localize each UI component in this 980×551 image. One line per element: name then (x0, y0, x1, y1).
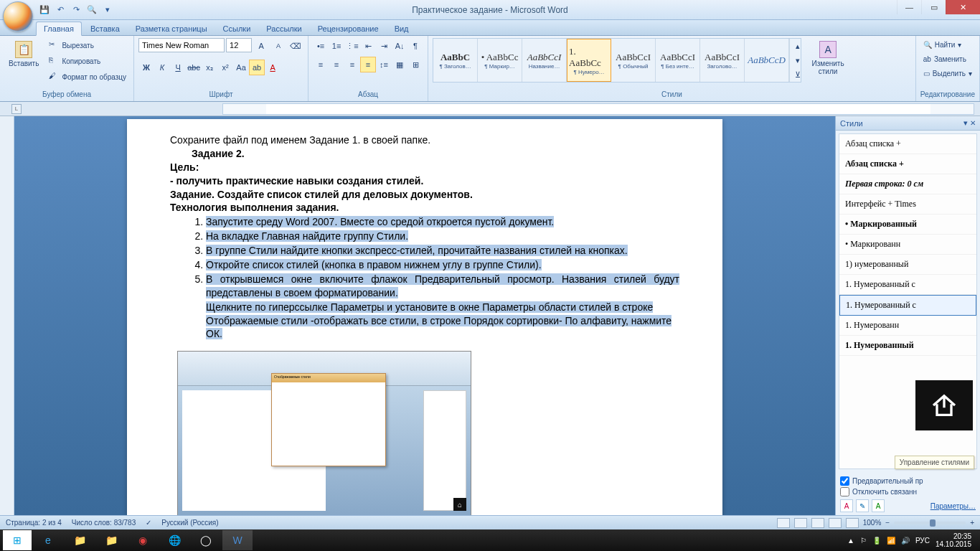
office-button[interactable] (3, 1, 33, 32)
qat-zoom-icon[interactable]: 🔍 (86, 4, 98, 16)
taskbar-app[interactable]: 🌐 (159, 530, 189, 550)
style-item[interactable]: AaBbCcD (745, 39, 789, 82)
increase-indent-button[interactable]: ⇥ (376, 38, 392, 54)
style-item[interactable]: • AaBbCc¶ Маркир… (478, 39, 522, 82)
maximize-button[interactable]: ▭ (921, 0, 946, 14)
font-size-select[interactable]: 12 (226, 38, 252, 52)
view-outline[interactable] (829, 518, 842, 528)
undo-icon[interactable]: ↶ (55, 4, 66, 16)
language-indicator[interactable]: Русский (Россия) (161, 519, 218, 527)
styles-pane-item[interactable]: 1. Нумерованный (839, 336, 976, 356)
word-count[interactable]: Число слов: 83/783 (72, 519, 136, 527)
tray-language[interactable]: РУС (915, 537, 930, 545)
view-web-layout[interactable] (811, 518, 824, 528)
page-indicator[interactable]: Страница: 2 из 4 (6, 519, 62, 527)
save-icon[interactable]: 💾 (39, 4, 50, 16)
styles-pane-item[interactable]: Абзац списка + (839, 154, 976, 174)
horizontal-ruler[interactable] (222, 103, 974, 115)
bold-button[interactable]: Ж (138, 60, 154, 75)
format-painter-button[interactable]: 🖌Формат по образцу (46, 70, 129, 84)
zoom-level[interactable]: 100% (863, 519, 882, 527)
tray-icon[interactable]: 🔊 (901, 537, 910, 545)
font-name-select[interactable]: Times New Roman (138, 38, 225, 52)
linked-checkbox[interactable]: Отключить связанн (840, 487, 976, 496)
taskbar-word[interactable]: W (222, 530, 253, 550)
qat-more-icon[interactable]: ▾ (102, 4, 113, 16)
view-full-screen[interactable] (794, 518, 807, 528)
change-styles-button[interactable]: A Изменить стили (804, 38, 852, 78)
gallery-up-icon[interactable]: ▴ (790, 39, 806, 53)
align-right-button[interactable]: ≡ (344, 57, 360, 72)
multilevel-button[interactable]: ⋮≡ (344, 38, 360, 54)
style-item-selected[interactable]: 1. AaBbCc¶ Нумеро… (567, 39, 611, 82)
align-center-button[interactable]: ≡ (329, 57, 344, 72)
close-button[interactable]: ✕ (946, 0, 980, 14)
style-item[interactable]: AaBbCcI¶ Без инте… (656, 39, 700, 82)
new-style-icon[interactable]: A (840, 499, 853, 512)
styles-pane-item[interactable]: • Маркированный (839, 215, 976, 235)
tab-home[interactable]: Главная (36, 22, 82, 36)
replace-button[interactable]: abЗаменить (920, 52, 975, 65)
align-justify-button[interactable]: ≡ (360, 57, 376, 72)
shading-button[interactable]: ▦ (392, 57, 407, 72)
taskbar-ie[interactable]: e (33, 530, 63, 550)
upload-overlay[interactable] (915, 380, 973, 430)
gallery-down-icon[interactable]: ▾ (790, 53, 806, 67)
borders-button[interactable]: ⊞ (407, 57, 423, 72)
tab-references[interactable]: Ссылки (216, 22, 258, 35)
taskbar-chrome[interactable]: ◯ (191, 530, 221, 550)
options-link[interactable]: Параметры… (930, 502, 976, 510)
decrease-indent-button[interactable]: ⇤ (360, 38, 376, 54)
taskbar-app[interactable]: 📁 (96, 530, 126, 550)
zoom-out-icon[interactable]: − (885, 519, 890, 527)
paste-button[interactable]: 📋 Вставить (4, 38, 43, 70)
subscript-button[interactable]: x₂ (202, 60, 217, 75)
minimize-button[interactable]: — (897, 0, 921, 14)
preview-checkbox[interactable]: Предварительный пр (840, 476, 976, 486)
tray-icon[interactable]: 🔋 (872, 537, 881, 545)
tab-insert[interactable]: Вставка (83, 22, 127, 35)
styles-pane-header[interactable]: Стили ▾ ✕ (836, 116, 980, 131)
shrink-font-button[interactable]: A (270, 38, 286, 54)
highlight-button[interactable]: ab (249, 60, 265, 75)
zoom-in-icon[interactable]: + (970, 519, 974, 527)
styles-pane-item[interactable]: 1) нумерованный (839, 255, 976, 275)
show-marks-button[interactable]: ¶ (407, 38, 423, 54)
clear-format-button[interactable]: ⌫ (288, 38, 303, 54)
styles-pane-item[interactable]: Интерфейс + Times (839, 194, 976, 215)
tray-icon[interactable]: 📶 (887, 537, 895, 545)
document-area[interactable]: Сохраните файл под именем Задание 1. в с… (14, 116, 835, 515)
strike-button[interactable]: abc (186, 60, 202, 75)
style-item[interactable]: AaBbCcIЗаголово… (700, 39, 745, 82)
tray-clock[interactable]: 20:35 14.10.2015 (936, 532, 971, 548)
pane-dropdown-icon[interactable]: ▾ (963, 118, 968, 127)
pane-close-icon[interactable]: ✕ (970, 119, 976, 127)
tab-layout[interactable]: Разметка страницы (128, 22, 215, 35)
styles-pane-item[interactable]: Первая строка: 0 см (839, 174, 976, 194)
grow-font-button[interactable]: A (253, 38, 269, 54)
style-item[interactable]: AaBbCcI¶ Обычный (611, 39, 656, 82)
numbering-button[interactable]: 1≡ (329, 38, 344, 54)
line-spacing-button[interactable]: ↕≡ (376, 57, 392, 72)
bullets-button[interactable]: •≡ (313, 38, 329, 54)
change-case-button[interactable]: Aa (233, 60, 249, 75)
vertical-ruler[interactable] (0, 116, 14, 515)
styles-pane-item[interactable]: 1. Нумерованный с (839, 275, 976, 295)
view-draft[interactable] (846, 518, 859, 528)
style-inspector-icon[interactable]: ✎ (856, 499, 869, 512)
select-button[interactable]: ▭Выделить ▾ (920, 67, 975, 80)
styles-pane-item[interactable]: • Маркированн (839, 235, 976, 255)
gallery-more-icon[interactable]: ⊻ (790, 67, 806, 82)
ruler-corner[interactable]: L (11, 104, 22, 114)
styles-pane-item[interactable]: Абзац списка + (839, 134, 976, 154)
copy-button[interactable]: ⎘Копировать (46, 54, 129, 68)
taskbar-explorer[interactable]: 📁 (65, 530, 95, 550)
tab-view[interactable]: Вид (387, 22, 416, 35)
start-button[interactable]: ⊞ (3, 530, 32, 550)
style-item[interactable]: AaBbC¶ Заголов… (433, 39, 478, 82)
tray-icon[interactable]: ▲ (847, 537, 854, 545)
superscript-button[interactable]: x² (217, 60, 233, 75)
zoom-slider[interactable] (894, 522, 966, 524)
tab-review[interactable]: Рецензирование (311, 22, 386, 35)
redo-icon[interactable]: ↷ (70, 4, 82, 16)
